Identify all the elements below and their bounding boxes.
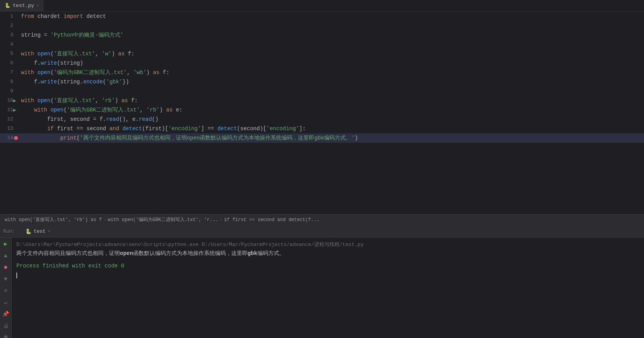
run-down-button[interactable]: ▼	[2, 275, 10, 283]
line-content-12: first, second = f.read(), e.read()	[19, 115, 644, 124]
line-content-6: f.write(string)	[19, 58, 644, 68]
token: f:	[125, 51, 134, 57]
breadcrumb-item-1[interactable]: with open('直接写入.txt', 'rb') as f	[5, 216, 102, 223]
code-line-14: 14 print('两个文件内容相同且编码方式也相同，证明open函数默认编码方…	[0, 133, 644, 143]
token	[34, 51, 37, 57]
run-tab-name: test	[33, 228, 46, 234]
token: ]	[201, 126, 208, 132]
token: ==	[208, 126, 214, 132]
token: ,	[95, 97, 102, 104]
token: ==	[77, 126, 83, 132]
token: as	[121, 97, 128, 104]
token: open	[51, 107, 64, 113]
line-content-10: with open('直接写入.txt', 'rb') as f:	[19, 96, 644, 105]
tab-close-button[interactable]: ×	[37, 4, 39, 8]
run-up-button[interactable]: ▲	[2, 251, 10, 260]
line-content-14: print('两个文件内容相同且编码方式也相同，证明open函数默认编码方式为本…	[19, 133, 644, 143]
token: import	[63, 13, 83, 19]
breakpoint-dot[interactable]	[14, 136, 18, 140]
run-play-button[interactable]: ▶	[2, 240, 10, 248]
run-tab-close[interactable]: ×	[48, 229, 50, 234]
line-number-10: 10	[0, 96, 19, 105]
output-text-bold-gbk: gbk	[248, 250, 257, 257]
token: as	[153, 69, 160, 76]
line-content-3: string = 'Python中的幽灵-编码方式'	[19, 30, 644, 40]
code-line-9: 9	[0, 87, 644, 96]
code-line-3: 3string = 'Python中的幽灵-编码方式'	[0, 30, 644, 40]
token: ,	[95, 51, 102, 57]
run-pin-button[interactable]: 📌	[2, 310, 10, 319]
token: with	[34, 107, 48, 113]
code-line-7: 7with open('编码为GBK二进制写入.txt', 'wb') as f…	[0, 68, 644, 77]
token: f:	[160, 69, 169, 76]
token: as	[118, 51, 125, 57]
gutter-arrow-icon: ▶	[13, 107, 16, 113]
token: second	[83, 126, 109, 132]
token: '编码为GBK二进制写入.txt'	[54, 69, 127, 76]
token: first	[54, 126, 77, 132]
token	[47, 107, 50, 113]
breadcrumb-sep-1: ›	[104, 217, 106, 223]
token: ,	[140, 107, 146, 113]
token: ]:	[299, 126, 306, 132]
token: with	[21, 51, 34, 57]
token: 'rb'	[146, 107, 160, 113]
token: f.	[21, 79, 40, 85]
token: as	[166, 107, 173, 113]
output-text-prefix: 两个文件内容相同且编码方式也相同，证明	[16, 250, 120, 257]
token: f:	[128, 97, 138, 104]
line-content-2	[19, 21, 644, 30]
code-line-8: 8 f.write(string.encode('gbk'})	[0, 77, 644, 87]
output-finish-line: Process finished with exit code 0	[16, 262, 639, 270]
token: write	[40, 60, 57, 66]
line-number-6: 6	[0, 58, 19, 68]
line-content-7: with open('编码为GBK二进制写入.txt', 'wb') as f:	[19, 68, 644, 77]
line-number-9: 9	[0, 87, 19, 96]
code-line-10: 10▶with open('直接写入.txt', 'rb') as f:	[0, 96, 644, 105]
line-number-5: 5	[0, 49, 19, 58]
line-number-11: 11	[0, 105, 19, 115]
run-print-button[interactable]: 🖨	[2, 322, 10, 330]
file-tab[interactable]: 🐍 test.py ×	[0, 0, 44, 12]
code-line-6: 6 f.write(string)	[0, 58, 644, 68]
token	[34, 69, 37, 76]
run-tab-icon: 🐍	[25, 228, 32, 235]
token: )	[115, 97, 121, 104]
run-panel: Run: 🐍 test × ▶ ▲ ■ ▼ ≡ ↵ 📌 🖨 🗑 D:\Users…	[0, 225, 644, 338]
token: 'encoding'	[168, 126, 201, 132]
token: detect	[217, 126, 237, 132]
token: )	[146, 69, 153, 76]
line-number-12: 12	[0, 115, 19, 124]
line-content-11: with open('编码为GBK二进制写入.txt', 'rb') as e:	[19, 105, 644, 115]
token: chardet	[34, 13, 64, 19]
run-wrap-button[interactable]: ↵	[2, 298, 10, 307]
token: write	[40, 79, 57, 85]
breadcrumb-item-2[interactable]: with open('编码为GBK二进制写入.txt', 'r...	[108, 216, 218, 223]
run-list-button[interactable]: ≡	[2, 287, 10, 295]
run-stop-button[interactable]: ■	[2, 263, 10, 272]
run-tab-bar: Run: 🐍 test ×	[0, 226, 644, 237]
gutter-arrow-icon: ▶	[13, 98, 16, 104]
run-tab-test[interactable]: 🐍 test ×	[21, 226, 54, 237]
tab-bar: 🐍 test.py ×	[0, 0, 644, 12]
line-content-1: from chardet import detect	[19, 12, 644, 21]
token: ,	[127, 69, 134, 76]
token: })	[123, 79, 129, 85]
token: string	[21, 32, 44, 38]
token: open	[37, 69, 51, 76]
token: ()	[152, 116, 158, 122]
breadcrumb: with open('直接写入.txt', 'rb') as f › with …	[0, 214, 644, 225]
line-number-1: 1	[0, 12, 19, 21]
token: (	[63, 107, 67, 113]
editor-area: 1from chardet import detect2 3string = '…	[0, 12, 644, 214]
token: print	[60, 135, 77, 141]
run-trash-button[interactable]: 🗑	[2, 333, 10, 338]
token: (string.	[57, 79, 83, 85]
breadcrumb-item-3[interactable]: if first == second and detect(f...	[224, 217, 319, 223]
token: =	[44, 32, 47, 38]
run-sidebar: ▶ ▲ ■ ▼ ≡ ↵ 📌 🖨 🗑	[0, 237, 12, 338]
line-content-13: if first == second and detect(first)['en…	[19, 124, 644, 133]
token	[21, 135, 60, 141]
token: and	[109, 126, 119, 132]
token: 'Python中的幽灵-编码方式'	[47, 32, 123, 38]
